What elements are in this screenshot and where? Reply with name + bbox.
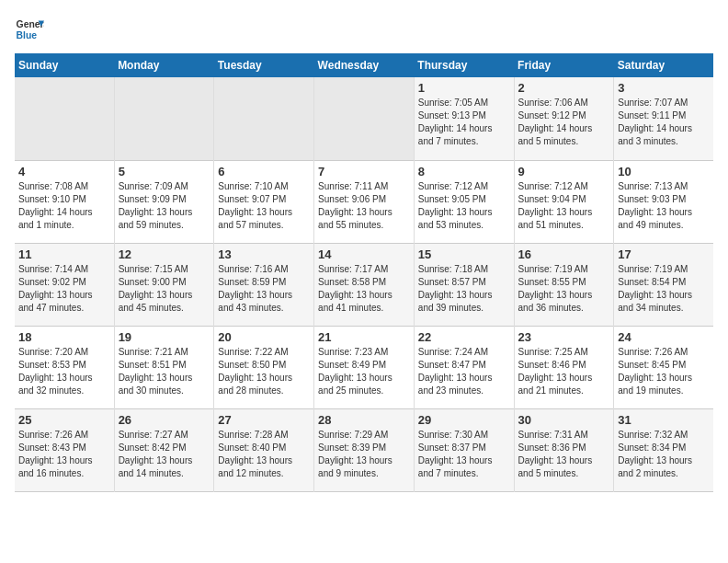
- calendar-cell: 28Sunrise: 7:29 AM Sunset: 8:39 PM Dayli…: [314, 408, 415, 491]
- day-number: 1: [418, 81, 510, 95]
- day-info: Sunrise: 7:06 AM Sunset: 9:12 PM Dayligh…: [518, 97, 610, 148]
- day-info: Sunrise: 7:12 AM Sunset: 9:05 PM Dayligh…: [418, 180, 510, 232]
- day-number: 7: [318, 165, 410, 178]
- day-number: 27: [218, 413, 310, 427]
- day-info: Sunrise: 7:11 AM Sunset: 9:06 PM Dayligh…: [318, 180, 410, 232]
- col-header-saturday: Saturday: [614, 53, 713, 77]
- calendar-cell: 4Sunrise: 7:08 AM Sunset: 9:10 PM Daylig…: [15, 160, 114, 243]
- calendar-cell: 20Sunrise: 7:22 AM Sunset: 8:50 PM Dayli…: [214, 326, 314, 408]
- day-info: Sunrise: 7:24 AM Sunset: 8:47 PM Dayligh…: [418, 346, 510, 397]
- day-number: 26: [119, 413, 210, 427]
- header-row: SundayMondayTuesdayWednesdayThursdayFrid…: [15, 53, 713, 77]
- week-row-4: 18Sunrise: 7:20 AM Sunset: 8:53 PM Dayli…: [15, 326, 713, 408]
- day-number: 23: [518, 330, 610, 344]
- day-info: Sunrise: 7:25 AM Sunset: 8:46 PM Dayligh…: [518, 346, 610, 397]
- calendar-cell: 22Sunrise: 7:24 AM Sunset: 8:47 PM Dayli…: [414, 326, 514, 408]
- col-header-friday: Friday: [514, 53, 614, 77]
- calendar-cell: 21Sunrise: 7:23 AM Sunset: 8:49 PM Dayli…: [314, 326, 415, 408]
- calendar-cell: 14Sunrise: 7:17 AM Sunset: 8:58 PM Dayli…: [314, 243, 415, 326]
- calendar-cell: 2Sunrise: 7:06 AM Sunset: 9:12 PM Daylig…: [514, 77, 614, 160]
- day-number: 19: [119, 330, 210, 344]
- day-number: 21: [318, 330, 410, 344]
- week-row-3: 11Sunrise: 7:14 AM Sunset: 9:02 PM Dayli…: [15, 243, 713, 326]
- calendar-cell: 29Sunrise: 7:30 AM Sunset: 8:37 PM Dayli…: [414, 408, 514, 491]
- calendar-cell: [15, 77, 114, 160]
- calendar-cell: 15Sunrise: 7:18 AM Sunset: 8:57 PM Dayli…: [414, 243, 514, 326]
- day-info: Sunrise: 7:26 AM Sunset: 8:43 PM Dayligh…: [18, 429, 110, 480]
- day-number: 24: [618, 330, 710, 344]
- day-number: 3: [618, 81, 710, 95]
- calendar-cell: 16Sunrise: 7:19 AM Sunset: 8:55 PM Dayli…: [514, 243, 614, 326]
- logo-icon: General Blue: [15, 15, 44, 44]
- day-info: Sunrise: 7:21 AM Sunset: 8:51 PM Dayligh…: [119, 346, 210, 397]
- day-number: 12: [119, 247, 210, 261]
- calendar-cell: 12Sunrise: 7:15 AM Sunset: 9:00 PM Dayli…: [114, 243, 214, 326]
- day-number: 14: [318, 247, 410, 261]
- day-info: Sunrise: 7:18 AM Sunset: 8:57 PM Dayligh…: [418, 263, 510, 315]
- calendar-cell: 1Sunrise: 7:05 AM Sunset: 9:13 PM Daylig…: [414, 77, 514, 160]
- calendar-table: SundayMondayTuesdayWednesdayThursdayFrid…: [15, 53, 713, 492]
- col-header-sunday: Sunday: [15, 53, 114, 77]
- day-number: 6: [218, 165, 310, 178]
- day-number: 17: [618, 247, 710, 261]
- day-number: 11: [18, 247, 110, 261]
- day-info: Sunrise: 7:23 AM Sunset: 8:49 PM Dayligh…: [318, 346, 410, 397]
- day-info: Sunrise: 7:14 AM Sunset: 9:02 PM Dayligh…: [18, 263, 110, 315]
- day-info: Sunrise: 7:10 AM Sunset: 9:07 PM Dayligh…: [218, 180, 310, 232]
- day-number: 13: [218, 247, 310, 261]
- calendar-cell: 9Sunrise: 7:12 AM Sunset: 9:04 PM Daylig…: [514, 160, 614, 243]
- day-info: Sunrise: 7:26 AM Sunset: 8:45 PM Dayligh…: [618, 346, 710, 397]
- col-header-thursday: Thursday: [414, 53, 514, 77]
- calendar-cell: 19Sunrise: 7:21 AM Sunset: 8:51 PM Dayli…: [114, 326, 214, 408]
- calendar-cell: 24Sunrise: 7:26 AM Sunset: 8:45 PM Dayli…: [614, 326, 713, 408]
- day-number: 8: [418, 165, 510, 178]
- calendar-cell: 27Sunrise: 7:28 AM Sunset: 8:40 PM Dayli…: [214, 408, 314, 491]
- day-number: 28: [318, 413, 410, 427]
- calendar-cell: 23Sunrise: 7:25 AM Sunset: 8:46 PM Dayli…: [514, 326, 614, 408]
- day-info: Sunrise: 7:05 AM Sunset: 9:13 PM Dayligh…: [418, 97, 510, 148]
- calendar-cell: 31Sunrise: 7:32 AM Sunset: 8:34 PM Dayli…: [614, 408, 713, 491]
- day-info: Sunrise: 7:28 AM Sunset: 8:40 PM Dayligh…: [218, 429, 310, 480]
- calendar-cell: 26Sunrise: 7:27 AM Sunset: 8:42 PM Dayli…: [114, 408, 214, 491]
- col-header-monday: Monday: [114, 53, 214, 77]
- day-number: 29: [418, 413, 510, 427]
- calendar-cell: 5Sunrise: 7:09 AM Sunset: 9:09 PM Daylig…: [114, 160, 214, 243]
- calendar-cell: 30Sunrise: 7:31 AM Sunset: 8:36 PM Dayli…: [514, 408, 614, 491]
- day-number: 18: [18, 330, 110, 344]
- week-row-1: 1Sunrise: 7:05 AM Sunset: 9:13 PM Daylig…: [15, 77, 713, 160]
- day-info: Sunrise: 7:19 AM Sunset: 8:55 PM Dayligh…: [518, 263, 610, 315]
- day-info: Sunrise: 7:30 AM Sunset: 8:37 PM Dayligh…: [418, 429, 510, 480]
- day-number: 2: [518, 81, 610, 95]
- calendar-cell: 10Sunrise: 7:13 AM Sunset: 9:03 PM Dayli…: [614, 160, 713, 243]
- calendar-cell: 13Sunrise: 7:16 AM Sunset: 8:59 PM Dayli…: [214, 243, 314, 326]
- calendar-cell: 18Sunrise: 7:20 AM Sunset: 8:53 PM Dayli…: [15, 326, 114, 408]
- day-number: 25: [18, 413, 110, 427]
- day-number: 31: [618, 413, 710, 427]
- day-info: Sunrise: 7:31 AM Sunset: 8:36 PM Dayligh…: [518, 429, 610, 480]
- page-header: General Blue: [15, 15, 713, 44]
- day-info: Sunrise: 7:32 AM Sunset: 8:34 PM Dayligh…: [618, 429, 710, 480]
- day-info: Sunrise: 7:08 AM Sunset: 9:10 PM Dayligh…: [18, 180, 110, 232]
- day-number: 10: [618, 165, 710, 178]
- day-info: Sunrise: 7:20 AM Sunset: 8:53 PM Dayligh…: [18, 346, 110, 397]
- day-info: Sunrise: 7:13 AM Sunset: 9:03 PM Dayligh…: [618, 180, 710, 232]
- day-info: Sunrise: 7:27 AM Sunset: 8:42 PM Dayligh…: [119, 429, 210, 480]
- day-info: Sunrise: 7:17 AM Sunset: 8:58 PM Dayligh…: [318, 263, 410, 315]
- day-number: 22: [418, 330, 510, 344]
- day-number: 16: [518, 247, 610, 261]
- day-info: Sunrise: 7:22 AM Sunset: 8:50 PM Dayligh…: [218, 346, 310, 397]
- calendar-cell: 17Sunrise: 7:19 AM Sunset: 8:54 PM Dayli…: [614, 243, 713, 326]
- day-info: Sunrise: 7:15 AM Sunset: 9:00 PM Dayligh…: [119, 263, 210, 315]
- day-info: Sunrise: 7:16 AM Sunset: 8:59 PM Dayligh…: [218, 263, 310, 315]
- calendar-cell: 25Sunrise: 7:26 AM Sunset: 8:43 PM Dayli…: [15, 408, 114, 491]
- week-row-2: 4Sunrise: 7:08 AM Sunset: 9:10 PM Daylig…: [15, 160, 713, 243]
- day-info: Sunrise: 7:12 AM Sunset: 9:04 PM Dayligh…: [518, 180, 610, 232]
- day-info: Sunrise: 7:19 AM Sunset: 8:54 PM Dayligh…: [618, 263, 710, 315]
- calendar-cell: 11Sunrise: 7:14 AM Sunset: 9:02 PM Dayli…: [15, 243, 114, 326]
- day-number: 15: [418, 247, 510, 261]
- day-info: Sunrise: 7:07 AM Sunset: 9:11 PM Dayligh…: [618, 97, 710, 148]
- col-header-tuesday: Tuesday: [214, 53, 314, 77]
- logo: General Blue: [15, 15, 44, 44]
- day-info: Sunrise: 7:09 AM Sunset: 9:09 PM Dayligh…: [119, 180, 210, 232]
- calendar-cell: [114, 77, 214, 160]
